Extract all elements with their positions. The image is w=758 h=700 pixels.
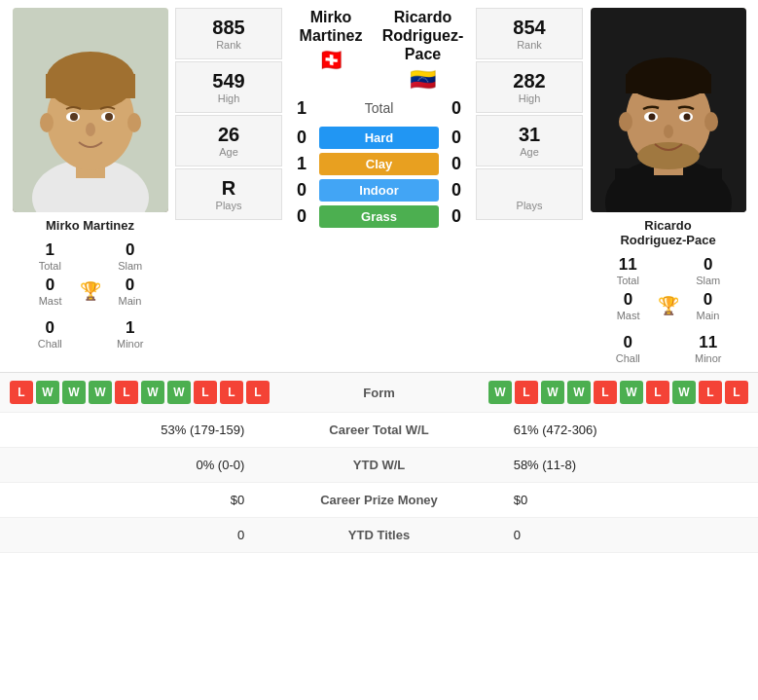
right-high-label: High (482, 92, 577, 104)
left-mast-label: Mast (39, 295, 62, 307)
svg-point-10 (105, 113, 113, 121)
left-stats-grid: 1 Total 0 Slam (5, 240, 175, 272)
form-badge-w: W (36, 381, 59, 404)
left-minor-label: Minor (117, 338, 144, 350)
right-plays-value (482, 177, 577, 200)
right-player-panel: Ricardo Rodriguez-Pace 11 Total 0 Slam 0… (583, 8, 753, 364)
svg-point-28 (704, 112, 718, 131)
left-mast-value: 0 (46, 276, 54, 295)
right-chall-value: 0 (624, 333, 632, 352)
right-plays-label: Plays (482, 200, 577, 211)
right-rank-label: Rank (482, 39, 577, 51)
right-trophy-icon: 🏆 (658, 295, 679, 316)
titles-right: 0 (494, 528, 743, 542)
grass-score-left: 0 (292, 206, 311, 227)
left-rank-label: Rank (181, 39, 276, 51)
grass-score-right: 0 (447, 206, 466, 227)
total-label: Total (311, 100, 447, 116)
left-player-panel: Mirko Martinez 1 Total 0 Slam 0 Mast 🏆 (5, 8, 175, 364)
form-badge-w: W (89, 381, 112, 404)
form-badge-l: L (220, 381, 243, 404)
form-badge-w: W (541, 381, 564, 404)
main-container: Mirko Martinez 1 Total 0 Slam 0 Mast 🏆 (0, 0, 758, 553)
titles-label: YTD Titles (264, 528, 493, 542)
indoor-row: 0 Indoor 0 (282, 179, 476, 202)
left-chall-stat: 0 Chall (15, 318, 86, 350)
prize-row: $0 Career Prize Money $0 (0, 483, 758, 518)
right-form-badges: WLWWLWLWLL (438, 381, 749, 404)
clay-row: 1 Clay 0 (282, 153, 476, 175)
bottom-section: LWWWLWWLLL Form WLWWLWLWLL 53% (179-159)… (0, 372, 758, 553)
left-high-label: High (181, 92, 276, 104)
right-player-name: Ricardo Rodriguez-Pace (620, 218, 715, 247)
form-badge-w: W (567, 381, 591, 404)
career-wl-right: 61% (472-306) (494, 423, 743, 437)
right-minor-label: Minor (695, 352, 722, 364)
form-badge-l: L (115, 381, 138, 404)
left-minor-value: 1 (126, 318, 134, 338)
center-left-stats: 885 Rank 549 High 26 Age R Plays (175, 8, 282, 364)
left-player-photo (13, 8, 168, 212)
left-total-value: 1 (46, 240, 54, 260)
head-center: Mirko Martinez 🇨🇭 Ricardo Rodriguez-Pace… (282, 8, 476, 364)
grass-badge: Grass (319, 205, 439, 228)
left-plays-box: R Plays (175, 168, 282, 220)
titles-row: 0 YTD Titles 0 (0, 518, 758, 553)
svg-point-24 (648, 114, 655, 121)
left-bottom-stats-grid: 0 Chall 1 Minor (5, 318, 175, 350)
right-main-stat: 0 Main (697, 290, 720, 321)
total-row: 1 Total 0 (282, 98, 476, 119)
right-high-value: 282 (482, 70, 577, 92)
form-badge-w: W (672, 381, 696, 404)
svg-point-25 (683, 114, 690, 121)
right-center-name: Ricardo Rodriguez-Pace (375, 8, 471, 64)
form-label: Form (321, 386, 438, 400)
career-wl-label: Career Total W/L (264, 423, 493, 437)
right-age-value: 31 (482, 124, 577, 146)
svg-point-21 (637, 142, 700, 169)
svg-point-11 (86, 123, 95, 136)
left-plays-value: R (181, 177, 276, 200)
form-badge-w: W (620, 381, 643, 404)
career-wl-row: 53% (179-159) Career Total W/L 61% (472-… (0, 413, 758, 448)
right-main-label: Main (697, 310, 720, 321)
clay-score-left: 1 (292, 154, 311, 174)
ytd-wl-row: 0% (0-0) YTD W/L 58% (11-8) (0, 448, 758, 483)
hard-score-right: 0 (447, 128, 466, 148)
form-badge-w: W (488, 381, 512, 404)
right-stats-grid: 11 Total 0 Slam (583, 255, 753, 286)
indoor-badge: Indoor (319, 179, 439, 202)
right-slam-value: 0 (704, 255, 712, 275)
form-badge-w: W (167, 381, 191, 404)
left-high-box: 549 High (175, 61, 282, 113)
left-chall-label: Chall (38, 338, 62, 350)
titles-left: 0 (15, 528, 264, 542)
form-badge-w: W (62, 381, 86, 404)
left-slam-label: Slam (118, 260, 142, 272)
left-chall-value: 0 (46, 318, 54, 338)
right-total-value: 11 (619, 255, 637, 275)
left-trophy-icon: 🏆 (80, 280, 101, 302)
right-minor-value: 11 (699, 333, 717, 352)
indoor-score-left: 0 (292, 180, 311, 201)
right-total-stat: 11 Total (593, 255, 664, 286)
right-mast-stat: 0 Mast (617, 290, 640, 321)
left-flag: 🇨🇭 (287, 48, 375, 73)
right-slam-label: Slam (696, 275, 720, 286)
ytd-wl-left: 0% (0-0) (15, 458, 264, 472)
right-high-box: 282 High (476, 61, 583, 113)
center-right-stats: 854 Rank 282 High 31 Age Plays (476, 8, 583, 364)
indoor-score-right: 0 (447, 180, 466, 201)
right-mast-label: Mast (617, 310, 640, 321)
total-score-left: 1 (292, 98, 311, 119)
left-main-value: 0 (126, 276, 134, 295)
right-total-label: Total (617, 275, 639, 286)
left-high-value: 549 (181, 70, 276, 92)
career-wl-left: 53% (179-159) (15, 423, 264, 437)
hard-row: 0 Hard 0 (282, 127, 476, 149)
left-trophy-row: 0 Mast 🏆 0 Main (5, 276, 175, 307)
prize-left: $0 (15, 493, 264, 507)
right-trophy-row: 0 Mast 🏆 0 Main (583, 290, 753, 321)
right-player-photo (591, 8, 746, 212)
form-badge-l: L (699, 381, 722, 404)
